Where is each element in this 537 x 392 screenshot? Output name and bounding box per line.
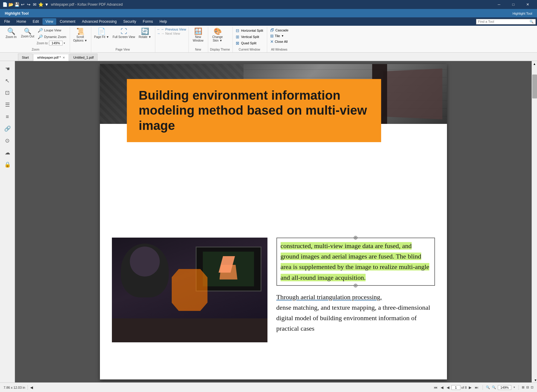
open-icon[interactable]: 💾 <box>14 2 19 7</box>
pdf-body-image <box>112 238 267 342</box>
full-screen-label: Full Screen View <box>113 35 135 39</box>
quad-split-button[interactable]: ⊠ Quad Split <box>235 40 264 46</box>
new-window-button[interactable]: 🪟 NewWindow <box>191 28 206 43</box>
menu-comment[interactable]: Comment <box>57 18 78 25</box>
zoom-value-input[interactable] <box>49 41 63 45</box>
prev-page-button-2[interactable]: ◀ <box>445 385 451 390</box>
new-icon[interactable]: 📂 <box>8 2 13 7</box>
menu-edit[interactable]: Edit <box>30 18 42 25</box>
new-window-icon: 🪟 <box>194 28 202 35</box>
zoom-out-status[interactable]: 🔍 <box>492 385 496 389</box>
page-thumbnail-button[interactable]: ⊡ <box>2 87 13 98</box>
file1-tab[interactable]: whitepaper.pdf * ✕ <box>33 54 69 61</box>
scroll-options-icon: 📜 <box>76 28 84 35</box>
tab-bar: Start whitepaper.pdf * ✕ Untitled_1.pdf <box>0 53 537 61</box>
actual-size-btn[interactable]: ⊡ <box>531 385 533 389</box>
zoom-group-label: Zoom <box>4 47 67 52</box>
pdf-viewer[interactable]: Building environment information modelin… <box>15 61 532 382</box>
file1-tab-label: whitepaper.pdf * <box>37 56 61 59</box>
fit-width-btn[interactable]: ⊟ <box>526 385 529 389</box>
display-theme-content: 🎨 ChangeSkin ▼ <box>210 27 225 47</box>
highlight-handle-top[interactable]: ⊕ <box>353 233 358 242</box>
maximize-button[interactable]: □ <box>506 0 520 9</box>
full-screen-button[interactable]: ⛶ Full Screen View <box>112 28 136 39</box>
find-tool-input[interactable] <box>478 20 528 23</box>
zoom-in-button[interactable]: 🔍 Zoom In <box>4 28 19 39</box>
cascade-button[interactable]: 🗗 Cascade <box>269 28 290 33</box>
loupe-view-button[interactable]: 🔎 Loupe View <box>36 28 67 33</box>
search-btn-status[interactable]: 🔍 <box>486 385 490 389</box>
annotation-button[interactable]: ≡ <box>2 111 13 122</box>
change-skin-label: ChangeSkin ▼ <box>212 35 223 42</box>
dynamic-zoom-button[interactable]: 🔎 Dynamic Zoom <box>36 34 67 39</box>
close-all-button[interactable]: ✕ Close All <box>269 39 290 44</box>
next-page-button[interactable]: ▶ <box>468 385 473 390</box>
nav-group-label <box>157 51 186 52</box>
menu-advanced-processing[interactable]: Advanced Processing <box>79 18 120 25</box>
stamp-button[interactable]: ⊙ <box>2 135 13 146</box>
bookmarks-button[interactable]: ☰ <box>2 99 13 110</box>
redo-icon[interactable]: ✉ <box>32 2 37 7</box>
cloud-button[interactable]: ☁ <box>2 147 13 158</box>
zoom-status-input[interactable] <box>498 385 511 390</box>
prev-page-button[interactable]: ◀ <box>439 385 445 390</box>
menu-file[interactable]: File <box>1 18 13 25</box>
start-tab[interactable]: Start <box>18 54 33 61</box>
scroll-down-arrow[interactable]: ▼ <box>534 379 537 382</box>
zoom-status-dropdown[interactable]: ▼ <box>513 386 515 389</box>
prev-page-arrow[interactable]: ◀ <box>30 385 33 390</box>
horizontal-split-label: Horizontal Split <box>241 29 263 32</box>
horizontal-split-button[interactable]: ⊟ Horizontal Split <box>235 28 264 34</box>
new-window-group-content: 🪟 NewWindow <box>191 27 206 47</box>
minimize-button[interactable]: ─ <box>492 0 506 9</box>
pageview-group-label: Page View <box>93 47 153 52</box>
file1-tab-close[interactable]: ✕ <box>63 56 65 59</box>
pdf-document-title: Building environment information modelin… <box>139 88 369 133</box>
highlight-handle-bottom[interactable]: ⊕ <box>353 281 358 290</box>
star-icon[interactable]: ▼ <box>44 2 49 7</box>
save-icon[interactable]: ↩ <box>20 2 25 7</box>
page-fit-button[interactable]: 📄 Page Fit ▼ <box>93 28 110 39</box>
vertical-split-button[interactable]: ⊞ Vertical Split <box>235 34 264 40</box>
fit-page-btn[interactable]: ⊞ <box>522 385 524 389</box>
menu-home[interactable]: Home <box>13 18 29 25</box>
rotate-icon: 🔄 <box>141 28 149 35</box>
vertical-scrollbar[interactable]: ▲ ▼ <box>532 61 537 382</box>
highlight-tool-sublabel: Highlight Tool <box>512 12 532 15</box>
zoom-dropdown-arrow[interactable]: ▼ <box>63 42 66 45</box>
full-screen-icon: ⛶ <box>121 28 127 35</box>
first-page-button[interactable]: ⏮ <box>433 385 439 390</box>
scroll-up-arrow[interactable]: ▲ <box>532 61 537 66</box>
mail-icon[interactable]: ⭐ <box>38 2 43 7</box>
current-page-input[interactable] <box>451 385 460 390</box>
zoom-out-button[interactable]: 🔍 Zoom Out <box>20 28 35 39</box>
tile-button[interactable]: ⊞ Tile ▼ <box>269 33 290 39</box>
last-page-button[interactable]: ⏭ <box>474 385 480 390</box>
select-tool-button[interactable]: ↖ <box>2 75 13 86</box>
page-navigation: ⏮ ◀ ◀ of 8 ▶ ⏭ <box>433 385 480 390</box>
close-all-icon: ✕ <box>270 39 274 44</box>
normal-text-2: dense matching, and texture mapping, a t… <box>276 304 430 332</box>
rotate-button[interactable]: 🔄 Rotate ▼ <box>137 28 152 39</box>
undo-icon[interactable]: ↪ <box>26 2 31 7</box>
change-skin-button[interactable]: 🎨 ChangeSkin ▼ <box>210 28 225 43</box>
next-view-button[interactable]: → → Next View <box>157 32 186 35</box>
menu-help[interactable]: Help <box>156 18 170 25</box>
menu-view[interactable]: View <box>42 18 56 25</box>
previous-view-button[interactable]: ← ← Previous View <box>157 28 186 31</box>
hand-tool-button[interactable]: ☚ <box>2 63 13 74</box>
status-bar: 7.86 x 12.03 in ◀ ⏮ ◀ ◀ of 8 ▶ ⏭ 🔍 🔍 ▼ ⊞… <box>0 382 537 392</box>
scroll-options-button[interactable]: 📜 ScrollOptions ▼ <box>72 28 88 43</box>
close-button[interactable]: ✕ <box>521 0 535 9</box>
find-tool-search[interactable]: 🔍 <box>476 19 536 25</box>
file2-tab-label: Untitled_1.pdf <box>73 56 94 59</box>
file2-tab[interactable]: Untitled_1.pdf <box>69 54 98 61</box>
tile-dropdown-arrow[interactable]: ▼ <box>281 34 284 37</box>
ribbon-group-new-window: 🪟 NewWindow New <box>189 27 208 52</box>
menu-forms[interactable]: Forms <box>140 18 156 25</box>
lock-button[interactable]: 🔒 <box>2 159 13 170</box>
menu-security[interactable]: Security <box>120 18 139 25</box>
links-button[interactable]: 🔗 <box>2 123 13 134</box>
scroll-thumb[interactable] <box>532 75 537 98</box>
scroll-group-label <box>72 51 88 52</box>
